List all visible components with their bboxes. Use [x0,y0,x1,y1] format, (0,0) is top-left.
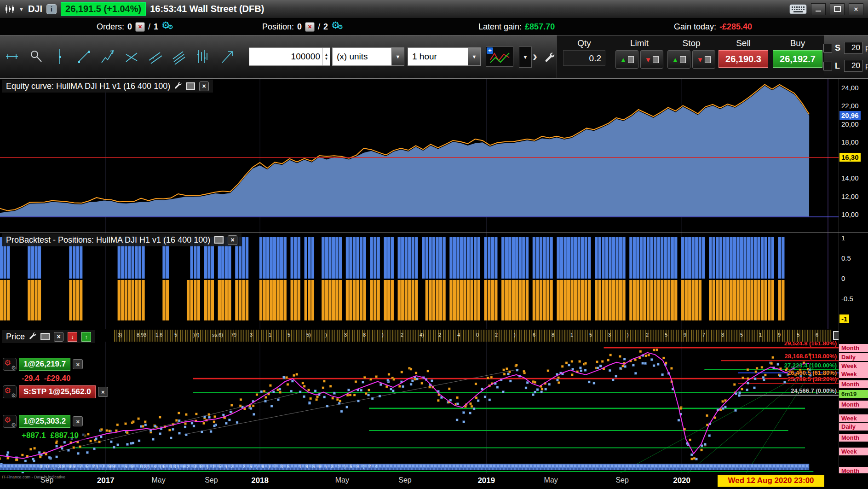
equity-chart-canvas[interactable] [0,79,839,232]
equity-axis-label: 24,00 [839,83,861,92]
up-arrow-icon: ▲ [672,56,679,64]
position-gear-icon[interactable]: ⚙⚙ [3,415,17,428]
ribbon-digit: 5 [797,332,799,338]
backtest-window-icon[interactable] [214,236,224,244]
bars-pattern-tool-icon[interactable] [195,46,212,68]
timeframe-select[interactable]: 1 hour ▼ [408,47,481,66]
position-ticket-long-1: ⚙⚙ 1@26,219.7 × [3,358,83,371]
close-button[interactable]: × [849,3,863,15]
cancel-stop-icon[interactable]: × [98,387,108,397]
close-position-all-icon[interactable]: × [305,22,315,32]
info-icon[interactable]: i [46,4,57,14]
backtest-chart-canvas[interactable] [0,233,839,329]
stop-order-ticket: ⚙⚙ S:STP 1@25,562.0 × [3,385,108,398]
zoom-tool-icon[interactable] [28,46,44,68]
chart-type-caret[interactable]: ▼ [519,47,532,68]
density-ribbon: 3)8.931.65)7)ss.6)793155))38)24)2402)681… [114,330,832,342]
latent-gain-value: £857.70 [525,22,555,32]
ribbon-digit: 5 [740,332,743,338]
order-qty-input[interactable]: 0.2 [563,50,605,66]
backtest-panel-title: ProBacktest - Positions: HullMA DJI H1 v… [6,235,210,245]
close-position-icon[interactable]: × [73,416,83,426]
ribbon-digit: ) [325,332,327,338]
buy-shortcut-icon[interactable]: ↑ [81,332,91,342]
minimize-button[interactable] [811,3,826,15]
down-arrow-icon: ▼ [645,56,652,64]
parallel-channel-tool-icon[interactable] [147,46,164,68]
ribbon-digit: 5 [287,332,290,338]
backtest-close-icon[interactable]: × [228,235,237,245]
cross-lines-tool-icon[interactable] [123,46,140,68]
sell-column: Sell 26,190.3 [715,35,771,79]
position-ticket-long-2: ⚙⚙ 1@25,303.2 × [3,415,83,428]
fib-level-label: 26,460.5 (61.80%) [788,369,837,376]
add-indicator-icon[interactable]: + [487,47,493,54]
quantity-spinner[interactable]: ▲▼ [322,48,330,65]
backtest-positions-panel: ProBacktest - Positions: HullMA DJI H1 v… [0,232,868,329]
units-select[interactable]: (x) units ▼ [332,47,404,66]
order-settings-wrench-icon[interactable] [542,48,558,66]
pnl-money: -£29.40 [44,374,71,383]
price-settings-wrench-icon[interactable] [29,332,36,342]
sell-limit-button[interactable]: ▼ [640,50,663,69]
quantity-input[interactable]: 100000 ▲▼ [249,47,330,66]
x-axis-tick: 2017 [90,476,122,485]
limit-distance-input[interactable]: 20 [844,60,862,72]
sell-button[interactable]: 26,190.3 [719,50,768,68]
quantity-value: 100000 [249,52,322,62]
stop-checkbox[interactable] [823,44,832,52]
period-alert-label: Week [839,448,868,455]
drawing-tools [4,40,236,73]
stop-distance-input[interactable]: 20 [844,42,862,54]
watermark-text: IT-Finance.com - Data is indicative [2,475,65,479]
units-dropdown-caret[interactable]: ▼ [391,48,404,65]
ribbon-digit: 0 [476,332,479,338]
buy-button[interactable]: 26,192.7 [773,50,822,68]
period-alert-label: Month [839,401,868,408]
close-position-icon[interactable]: × [73,359,83,369]
stop-column: Stop ▲ ▼ [667,35,715,79]
orders-slash: / [148,22,150,32]
price-chart-canvas[interactable] [0,329,839,473]
equity-axis-label: 14,00 [839,174,861,182]
measure-tool-icon[interactable] [4,46,20,68]
limit-checkbox[interactable] [823,62,832,70]
limit-points-suffix: p [865,61,868,70]
symbol-dropdown-caret[interactable]: ▼ [19,6,24,12]
orders-settings-icon[interactable]: ⚙⚙ [161,21,175,33]
position-settings-icon[interactable]: ⚙⚙ [331,21,345,33]
maximize-button[interactable] [830,3,845,15]
equity-settings-wrench-icon[interactable] [174,82,182,91]
position-gear-icon[interactable]: ⚙⚙ [3,358,17,371]
keyboard-icon[interactable] [789,4,807,15]
price-panel-header: Price × ↓ ↑ [2,330,95,343]
position-count: 0 [297,22,302,32]
timeframe-dropdown-caret[interactable]: ▼ [468,48,480,65]
arrow-tool-icon[interactable] [219,46,236,68]
stop-letter: S [835,43,841,53]
sell-shortcut-icon[interactable]: ↓ [68,332,77,342]
buy-limit-button[interactable]: ▲ [615,50,638,69]
pitchfork-tool-icon[interactable] [171,46,188,68]
stop-gear-icon[interactable]: ⚙⚙ [3,385,17,398]
title-bar: ▼ DJI i 26,191.5 (+1.04%) 16:53:41 Wall … [0,0,868,18]
buy-stop-button[interactable]: ▲ [667,50,690,69]
clock-text: 16:53:41 Wall Street (DFB) [150,4,264,14]
trendline-tool-icon[interactable] [75,46,92,68]
equity-window-icon[interactable] [186,82,195,90]
backtest-y-axis: 10.50-0.5-1 [839,233,868,329]
price-window-icon[interactable] [40,333,50,340]
backtest-axis-label: -0.5 [839,294,855,303]
vertical-line-tool-icon[interactable] [52,46,68,68]
sell-stop-button[interactable]: ▼ [692,50,715,69]
backtest-axis-label: -1 [839,314,849,323]
collapse-arrow-icon[interactable]: › [533,48,537,64]
ribbon-digit: ) [382,332,384,338]
zigzag-tool-icon[interactable] [99,46,116,68]
ribbon-digit: ) [627,332,629,338]
cancel-orders-icon[interactable]: × [135,22,145,32]
price-close-icon[interactable]: × [54,332,63,342]
ribbon-digit: 1 [570,332,573,338]
pnl-points: +887.1 [22,431,46,440]
equity-close-icon[interactable]: × [199,82,209,91]
